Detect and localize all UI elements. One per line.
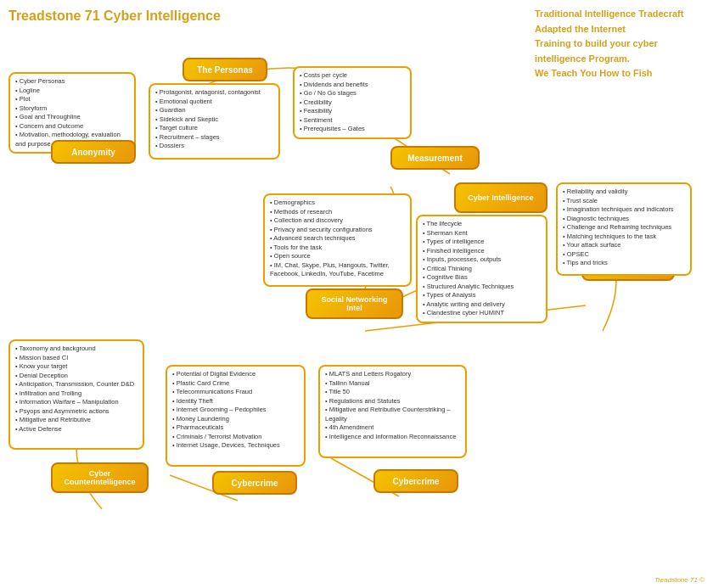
- cyber-intel-label1: Cyber Intelligence: [468, 193, 534, 202]
- cyber-intel-content-box: • The lifecycle • Sherman Kent • Types o…: [416, 215, 547, 323]
- counter-text: • Taxonomy and background • Mission base…: [15, 344, 134, 433]
- social-content-box: • Demographics • Methods of research • C…: [263, 193, 412, 287]
- anonymity-label: Anonymity: [71, 148, 115, 157]
- social-text: • Demographics • Methods of research • C…: [270, 199, 390, 277]
- anonymity-label-box: Anonymity: [51, 140, 136, 164]
- right-panel: Traditional Intelligence Tradecraft Adap…: [535, 7, 705, 81]
- personas-content-box: • Protagonist, antagonist, contagonist •…: [149, 83, 280, 160]
- personas-text: • Protagonist, antagonist, contagonist •…: [155, 88, 261, 149]
- cyber-intel-text2: • Reliability and validity • Trust scale…: [563, 188, 674, 266]
- cybercrime-label2-box: Cybercrime: [373, 469, 458, 493]
- cybercrime-content2-box: • MLATS and Letters Rogatory • Tallinn M…: [318, 365, 467, 458]
- cybercrime-label1: Cybercrime: [231, 479, 278, 488]
- cybercrime-content1-box: • Potential of Digital Evidence • Plasti…: [166, 365, 306, 467]
- measurement-label: Measurement: [407, 154, 462, 163]
- cybercrime-text2: • MLATS and Letters Rogatory • Tallinn M…: [325, 370, 456, 440]
- measurement-label-box: Measurement: [390, 146, 480, 170]
- personas-label: The Personas: [197, 65, 253, 75]
- social-label: Social Networking Intel: [314, 295, 395, 312]
- tagline-3: Training to build your cyber intelligenc…: [535, 36, 705, 66]
- cybercrime-label2: Cybercrime: [392, 477, 439, 486]
- tagline-2: Adapted the Internet: [535, 22, 705, 37]
- counter-label: Cyber CounterIntelligence: [59, 469, 140, 486]
- cybercrime-text1: • Potential of Digital Evidence • Plasti…: [172, 370, 280, 449]
- social-label-box: Social Networking Intel: [306, 288, 403, 319]
- watermark: Treadstone 71 ©: [654, 576, 705, 584]
- tagline-4: We Teach You How to Fish: [535, 66, 705, 81]
- counter-content-box: • Taxonomy and background • Mission base…: [8, 339, 144, 450]
- anonymity-text: • Cyber Personas • Logline • Plot • Stor…: [15, 77, 121, 148]
- counter-label-box: Cyber CounterIntelligence: [51, 462, 149, 493]
- cyber-intel-content2-box: • Reliability and validity • Trust scale…: [556, 182, 692, 276]
- cyber-intel-label1-box: Cyber Intelligence: [454, 182, 547, 213]
- measurement-content-box: • Costs per cycle • Dividends and benefi…: [293, 66, 412, 139]
- cybercrime-label1-box: Cybercrime: [212, 471, 297, 495]
- page: Treadstone 71 Cyber Intelligence Traditi…: [0, 0, 713, 588]
- personas-label-box: The Personas: [182, 58, 267, 81]
- cyber-intel-text: • The lifecycle • Sherman Kent • Types o…: [423, 220, 514, 316]
- tagline-1: Traditional Intelligence Tradecraft: [535, 7, 705, 22]
- measurement-text: • Costs per cycle • Dividends and benefi…: [300, 71, 368, 132]
